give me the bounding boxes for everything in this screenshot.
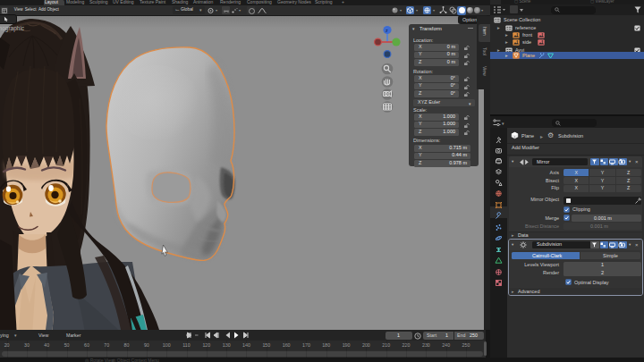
svg-text:User Orthographic: User Orthographic xyxy=(0,25,25,32)
svg-text:z: z xyxy=(386,28,388,33)
